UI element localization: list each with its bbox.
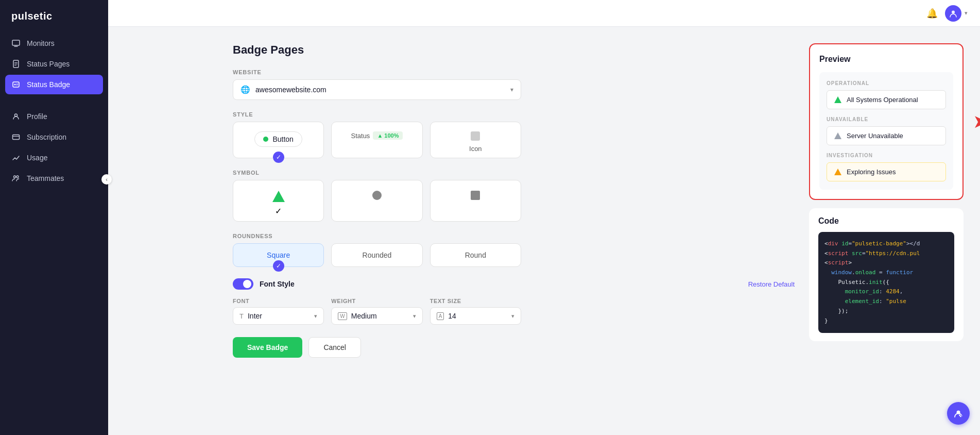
sidebar-item-teammates[interactable]: Teammates [5, 169, 103, 188]
preview-inner: OPERATIONAL All Systems Operational UNAV… [819, 72, 953, 190]
font-value: Inter [248, 312, 262, 320]
sidebar-item-status-pages[interactable]: Status Pages [5, 54, 103, 74]
svg-point-6 [14, 176, 16, 178]
roundness-round-label: Round [465, 251, 486, 259]
style-option-button[interactable]: Button ✓ [233, 122, 324, 158]
font-style-label: Font Style [260, 280, 295, 288]
font-controls: FONT T Inter ▾ WEIGHT W Medium ▾ [233, 298, 521, 325]
sidebar-item-status-badge[interactable]: Status Badge [5, 75, 103, 94]
roundness-section: ROUNDNESS Square ✓ Rounded Round [233, 233, 795, 267]
status-bar: ▲ 100% [373, 131, 403, 140]
user-menu[interactable]: ▾ [945, 5, 968, 22]
circle-symbol [372, 191, 382, 200]
symbol-grid: ✓ [233, 180, 521, 222]
operational-badge-text: All Systems Operational [847, 96, 918, 104]
style-section-label: STYLE [233, 111, 795, 118]
sidebar-item-label-usage: Usage [27, 154, 47, 162]
weight-value: Medium [351, 312, 377, 320]
font-select[interactable]: T Inter ▾ [233, 307, 324, 325]
roundness-option-round[interactable]: Round [430, 243, 521, 267]
style-option-status[interactable]: Status ▲ 100% [331, 122, 422, 158]
font-control-weight: WEIGHT W Medium ▾ [331, 298, 422, 325]
unavailable-label: UNAVAILABLE [827, 116, 946, 122]
font-control-size: TEXT SIZE A 14 ▾ [430, 298, 521, 325]
website-section-label: Website [233, 69, 795, 75]
triangle-symbol [272, 191, 285, 202]
preview-section-operational: OPERATIONAL All Systems Operational [827, 80, 946, 109]
sidebar: pulsetic Monitors Status Pages Status Ba… [0, 0, 108, 435]
weight-select[interactable]: W Medium ▾ [331, 307, 422, 325]
operational-badge: All Systems Operational [827, 90, 946, 109]
triangle-green-icon [834, 96, 841, 103]
square-symbol [471, 191, 480, 200]
roundness-option-rounded[interactable]: Rounded [331, 243, 422, 267]
restore-default-link[interactable]: Restore Default [748, 280, 795, 288]
roundness-option-square[interactable]: Square ✓ [233, 243, 324, 267]
main-content: Badge Pages Website 🌐 awesomewebsite.com… [216, 27, 980, 435]
chat-float-button[interactable] [947, 402, 970, 425]
sidebar-item-label-subscription: Subscription [27, 133, 66, 141]
font-style-toggle[interactable] [233, 278, 253, 290]
badge-icon [11, 80, 21, 89]
preview-section-investigation: INVESTIGATION Exploring Issues [827, 153, 946, 181]
preview-title: Preview [819, 55, 953, 64]
unavailable-badge: Server Unavailable [827, 126, 946, 145]
preview-box: Preview OPERATIONAL All Systems Operatio… [809, 43, 964, 200]
sidebar-item-profile[interactable]: Profile [5, 107, 103, 126]
svg-point-3 [14, 84, 16, 86]
chart-icon [11, 153, 21, 162]
size-select[interactable]: A 14 ▾ [430, 307, 521, 325]
symbol-triangle-check: ✓ [275, 206, 282, 216]
sidebar-item-label-status-badge: Status Badge [27, 80, 70, 89]
weight-label: WEIGHT [331, 298, 422, 304]
symbol-option-square[interactable] [430, 180, 521, 222]
symbol-option-triangle[interactable]: ✓ [233, 180, 324, 222]
code-line-8: }); [824, 307, 948, 316]
style-option-icon[interactable]: Icon [430, 122, 521, 158]
sidebar-item-label-teammates: Teammates [27, 174, 64, 182]
investigation-badge: Exploring Issues [827, 162, 946, 181]
avatar [945, 5, 961, 22]
icon-style-preview [471, 131, 480, 141]
svg-rect-2 [13, 82, 19, 87]
left-panel: Badge Pages Website 🌐 awesomewebsite.com… [233, 43, 795, 419]
code-line-9: } [824, 316, 948, 326]
button-label: Button [272, 135, 293, 143]
code-box: Code <div id="pulsetic-badge"></d <scrip… [809, 208, 964, 341]
symbol-section-label: SYMBOL [233, 170, 795, 176]
code-line-3: <script> [824, 258, 948, 268]
app-logo: pulsetic [0, 0, 108, 31]
action-buttons: Save Badge Cancel [233, 337, 795, 358]
code-line-1: <div id="pulsetic-badge"></d [824, 239, 948, 249]
card-icon [11, 132, 21, 142]
button-style-preview: Button [254, 131, 302, 147]
size-label: TEXT SIZE [430, 298, 521, 304]
font-chevron-icon: ▾ [314, 313, 317, 320]
style-section: STYLE Button ✓ Status ▲ 100% [233, 111, 795, 158]
investigation-label: INVESTIGATION [827, 153, 946, 158]
save-badge-button[interactable]: Save Badge [233, 337, 302, 358]
right-panel: Preview OPERATIONAL All Systems Operatio… [809, 43, 964, 419]
font-control-font: FONT T Inter ▾ [233, 298, 324, 325]
sidebar-item-usage[interactable]: Usage [5, 148, 103, 168]
website-value: awesomewebsite.com [255, 86, 326, 94]
people-icon [11, 174, 21, 183]
code-block: <div id="pulsetic-badge"></d <script src… [818, 232, 954, 333]
sidebar-item-label-monitors: Monitors [27, 39, 55, 47]
icon-label: Icon [469, 145, 482, 153]
red-arrow-indicator: ➤ [973, 111, 980, 132]
style-grid: Button ✓ Status ▲ 100% Icon [233, 122, 521, 158]
sidebar-item-monitors[interactable]: Monitors [5, 34, 103, 53]
sidebar-collapse-btn[interactable]: ‹ [101, 174, 112, 185]
notification-bell-icon[interactable]: 🔔 [926, 8, 938, 19]
symbol-option-circle[interactable] [331, 180, 422, 222]
website-select[interactable]: 🌐 awesomewebsite.com ▾ [233, 79, 521, 100]
font-style-row: Font Style Restore Default [233, 278, 795, 290]
svg-point-8 [952, 10, 955, 13]
website-select-chevron-icon: ▾ [510, 86, 513, 93]
button-dot [263, 137, 268, 142]
sidebar-item-subscription[interactable]: Subscription [5, 127, 103, 147]
page-title: Badge Pages [233, 43, 795, 57]
cancel-button[interactable]: Cancel [308, 337, 361, 358]
user-menu-chevron-icon: ▾ [965, 10, 968, 16]
